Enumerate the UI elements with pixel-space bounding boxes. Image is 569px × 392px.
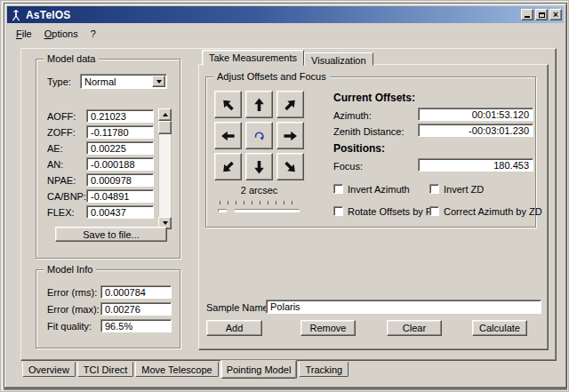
error-rms-label: Error (rms):: [47, 287, 97, 298]
move-down-button[interactable]: [245, 153, 273, 180]
focus-field[interactable]: 180.453: [418, 158, 533, 172]
reset-center-button[interactable]: [245, 122, 273, 149]
tab-overview[interactable]: Overview: [22, 362, 76, 377]
clear-button[interactable]: Clear: [387, 320, 442, 336]
move-right-button[interactable]: [276, 122, 304, 149]
slider-ticks: [220, 201, 298, 204]
window-title: AsTelOS: [26, 9, 519, 21]
arrow-down-left-icon: [220, 156, 236, 178]
remove-button[interactable]: Remove: [301, 320, 356, 336]
scrollbar-thumb[interactable]: [158, 121, 172, 134]
fit-quality-label: Fit quality:: [47, 321, 92, 332]
move-down-left-button[interactable]: [214, 153, 242, 180]
menubar: File Options ?: [10, 26, 102, 42]
cabnp-field[interactable]: -0.04891: [86, 189, 154, 203]
ae-label: AE:: [47, 143, 63, 154]
step-size-slider[interactable]: [218, 201, 300, 216]
arrow-up-left-icon: [220, 94, 236, 116]
azimuth-label: Azimuth:: [333, 110, 372, 121]
invert-azimuth-checkbox[interactable]: [333, 184, 343, 194]
maximize-button[interactable]: [535, 9, 548, 20]
zenith-distance-label: Zenith Distance:: [333, 126, 404, 137]
flex-label: FLEX:: [47, 207, 75, 218]
azimuth-field[interactable]: 00:01:53.120: [418, 108, 533, 121]
error-max-field[interactable]: 0.00276: [100, 302, 172, 316]
slider-thumb[interactable]: [227, 204, 235, 216]
adjust-offsets-title: Adjust Offsets and Focus: [213, 71, 330, 82]
invert-zd-label: Invert ZD: [444, 184, 484, 195]
measurement-tabstrip: Take Measurements Visualization: [202, 49, 373, 65]
aoff-field[interactable]: 0.21023: [86, 109, 154, 123]
screenshot-frame: AsTelOS × File Options ? Model data Type…: [0, 0, 569, 392]
current-offsets-title: Current Offsets:: [333, 92, 415, 104]
move-up-right-button[interactable]: [276, 91, 304, 118]
close-button[interactable]: ×: [549, 9, 562, 20]
invert-azimuth-label: Invert Azimuth: [348, 184, 410, 195]
aoff-label: AOFF:: [47, 111, 76, 122]
sample-name-input[interactable]: Polaris: [266, 300, 541, 314]
main-tabstrip: Overview TCI Direct Move Telescope Point…: [22, 360, 350, 379]
zoff-field[interactable]: -0.11780: [86, 125, 154, 139]
npae-label: NPAE:: [47, 175, 76, 186]
model-data-title: Model data: [44, 53, 99, 64]
correct-azimuth-label: Correct Azimuth by ZD: [444, 206, 542, 217]
model-fields-scrollbar[interactable]: [158, 108, 172, 229]
arrow-down-right-icon: [283, 156, 298, 178]
arrow-right-icon: [283, 125, 298, 147]
arrow-up-right-icon: [283, 94, 298, 116]
move-left-button[interactable]: [214, 122, 242, 149]
titlebar[interactable]: AsTelOS ×: [7, 6, 564, 23]
rotate-offsets-checkbox[interactable]: [333, 206, 343, 216]
tab-visualization[interactable]: Visualization: [304, 52, 373, 66]
correct-azimuth-checkbox[interactable]: [429, 206, 439, 216]
minimize-icon: [525, 16, 530, 18]
triangle-down-icon: [163, 221, 168, 225]
arrow-up-icon: [252, 94, 267, 116]
error-max-label: Error (max):: [47, 304, 100, 315]
move-down-right-button[interactable]: [276, 153, 304, 180]
sample-name-label: Sample Name:: [206, 302, 271, 313]
tab-tracking[interactable]: Tracking: [299, 362, 349, 377]
ae-field[interactable]: 0.00225: [86, 141, 154, 155]
zoff-label: ZOFF:: [47, 127, 76, 138]
minimize-button[interactable]: [521, 9, 533, 20]
tab-move-telescope[interactable]: Move Telescope: [135, 362, 218, 377]
move-up-button[interactable]: [245, 91, 273, 118]
model-type-value: Normal: [84, 76, 116, 87]
maximize-icon: [539, 12, 545, 18]
triangle-up-icon: [163, 113, 168, 116]
menu-options[interactable]: Options: [38, 27, 84, 41]
error-rms-field[interactable]: 0.000784: [100, 285, 172, 299]
menu-file[interactable]: File: [10, 27, 38, 41]
an-field[interactable]: -0.000188: [86, 157, 154, 171]
rotate-clockwise-icon: [252, 127, 267, 145]
an-label: AN:: [47, 159, 63, 170]
zenith-distance-field[interactable]: -00:03:01.230: [418, 124, 533, 137]
tab-pointing-model[interactable]: Pointing Model: [220, 360, 298, 379]
type-label: Type:: [47, 76, 71, 87]
arrow-left-icon: [220, 125, 236, 147]
telescope-icon: [10, 9, 22, 21]
app-window: AsTelOS × File Options ? Model data Type…: [4, 3, 567, 388]
rotate-offsets-label: Rotate Offsets by PA: [348, 206, 438, 217]
arrow-down-icon: [252, 156, 267, 178]
model-type-select[interactable]: Normal: [80, 74, 167, 89]
positions-title: Positions:: [333, 142, 385, 155]
step-size-label: 2 arcsec: [214, 185, 304, 196]
add-button[interactable]: Add: [206, 320, 262, 336]
calculate-button[interactable]: Calculate: [472, 320, 527, 336]
model-info-title: Model Info: [44, 264, 96, 275]
invert-zd-checkbox[interactable]: [429, 184, 439, 194]
focus-label: Focus:: [333, 161, 363, 172]
close-icon: ×: [553, 11, 558, 20]
save-to-file-button[interactable]: Save to file...: [55, 227, 167, 242]
menu-help[interactable]: ?: [84, 27, 102, 41]
flex-field[interactable]: 0.00437: [86, 205, 154, 219]
move-up-left-button[interactable]: [214, 91, 242, 118]
scroll-up-button[interactable]: [158, 108, 172, 121]
npae-field[interactable]: 0.000978: [86, 173, 154, 187]
tab-take-measurements[interactable]: Take Measurements: [202, 50, 304, 66]
fit-quality-field[interactable]: 96.5%: [100, 319, 172, 332]
tab-tci-direct[interactable]: TCI Direct: [77, 362, 134, 377]
chevron-down-icon[interactable]: [152, 76, 165, 87]
